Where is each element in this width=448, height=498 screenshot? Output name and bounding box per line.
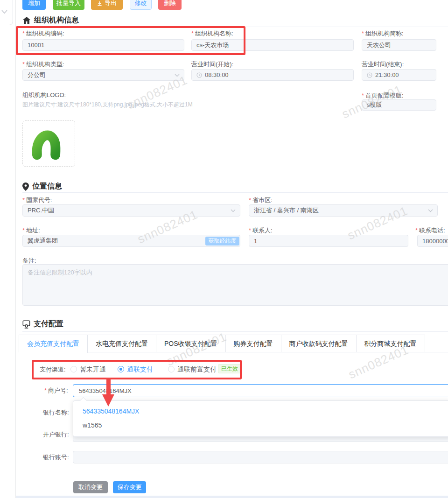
payment-section-header: 支付配置 bbox=[22, 319, 63, 329]
phone-input[interactable]: 180000000 bbox=[417, 235, 448, 247]
org-short-name-label: *组织机构简称: bbox=[362, 30, 404, 37]
tab-merchant-qrcode[interactable]: 商户收款码支付配置 bbox=[281, 335, 357, 352]
template-input[interactable]: s模版 bbox=[362, 99, 436, 111]
region-select[interactable]: 浙江省 / 嘉兴市 / 南湖区 bbox=[249, 204, 438, 217]
location-section-header: 位置信息 bbox=[22, 182, 62, 191]
org-type-select[interactable]: 分公司 bbox=[22, 69, 184, 81]
org-logo-image bbox=[28, 125, 70, 162]
annotation-box-channel bbox=[32, 360, 242, 379]
open-time-input[interactable]: 08:30:00 bbox=[191, 69, 354, 81]
chevron-down-icon bbox=[231, 209, 236, 212]
payment-section-title: 支付配置 bbox=[34, 319, 63, 329]
chevron-down-icon bbox=[175, 74, 180, 77]
remark-label: 备注: bbox=[22, 257, 36, 265]
address-label: *地址: bbox=[22, 227, 40, 234]
org-section-header: 组织机构信息 bbox=[22, 15, 79, 25]
merchant-label: *商户号: bbox=[44, 387, 68, 394]
suggestion-item[interactable]: 564335048164MJX bbox=[83, 407, 139, 415]
close-time-input[interactable]: 21:30:00 bbox=[362, 69, 436, 81]
open-time-label: 营业时间(开始): bbox=[191, 61, 233, 68]
batch-import-button[interactable]: 批量导入 bbox=[53, 0, 84, 10]
bank-account-input[interactable] bbox=[73, 451, 448, 463]
collapsed-tree-select[interactable] bbox=[0, 0, 13, 25]
close-time-label: 营业时间(结束): bbox=[362, 61, 404, 68]
remark-textarea[interactable]: 备注信息限制120字以内 bbox=[22, 264, 448, 306]
payment-tabs: 会员充值支付配置 水电充值支付配置 POS收银支付配置 购券支付配置 商户收款码… bbox=[19, 335, 448, 352]
delete-button[interactable]: 删除 bbox=[158, 0, 182, 10]
save-changes-button[interactable]: 保存变更 bbox=[113, 481, 146, 493]
tab-utility-recharge[interactable]: 水电充值支付配置 bbox=[88, 335, 156, 352]
download-icon bbox=[97, 1, 102, 6]
organization-settings-page: 增加 批量导入 导出 修改 删除 组织机构信息 *组织机构编码: 10001 *… bbox=[0, 0, 448, 498]
pos-terminal-icon bbox=[22, 320, 30, 329]
country-label: *国家代号: bbox=[22, 196, 52, 204]
org-logo-preview[interactable] bbox=[22, 120, 75, 167]
panel-divider bbox=[15, 0, 16, 498]
cancel-changes-button[interactable]: 取消变更 bbox=[73, 481, 108, 493]
clock-icon bbox=[367, 72, 372, 78]
tab-pos-cashier[interactable]: POS收银支付配置 bbox=[156, 335, 226, 352]
page-bottom-strip bbox=[16, 496, 448, 498]
add-button[interactable]: 增加 bbox=[22, 0, 46, 10]
get-coordinates-button[interactable]: 获取经纬度 bbox=[205, 237, 239, 245]
map-pin-icon bbox=[22, 182, 29, 191]
merchant-suggestions-dropdown: 564335048164MJX w1565 bbox=[73, 400, 448, 437]
phone-label: *联系电话: bbox=[415, 227, 445, 234]
contact-input[interactable]: 1 bbox=[249, 235, 408, 247]
template-label: *首页配置模版: bbox=[362, 92, 404, 99]
country-select[interactable]: PRC.中国 bbox=[22, 204, 240, 217]
tab-voucher[interactable]: 购券支付配置 bbox=[226, 335, 281, 352]
annotation-arrow bbox=[106, 378, 111, 395]
bank-branch-label: 开户银行: bbox=[43, 431, 69, 438]
annotation-arrow-head bbox=[102, 394, 114, 407]
region-label: *省市区: bbox=[249, 196, 273, 204]
org-short-name-input[interactable]: 天农公司 bbox=[362, 39, 436, 51]
suggestion-item[interactable]: w1565 bbox=[83, 421, 102, 429]
export-button[interactable]: 导出 bbox=[91, 0, 123, 10]
location-section-title: 位置信息 bbox=[32, 182, 62, 191]
bank-name-label: 银行名称: bbox=[43, 409, 69, 416]
remark-placeholder: 备注信息限制120字以内 bbox=[28, 269, 92, 276]
logo-label: 组织机构LOGO: bbox=[22, 91, 66, 99]
annotation-box-org-fields bbox=[16, 26, 245, 55]
org-type-label: *组织机构类型: bbox=[22, 61, 64, 68]
chevron-down-icon bbox=[428, 209, 433, 212]
tab-member-recharge[interactable]: 会员充值支付配置 bbox=[19, 335, 88, 353]
merchant-input[interactable]: 564335048164MJX bbox=[73, 384, 448, 397]
tab-points-mall[interactable]: 积分商城支付配置 bbox=[357, 335, 425, 352]
home-icon bbox=[22, 16, 31, 24]
section-divider bbox=[22, 331, 448, 332]
contact-label: *联系人: bbox=[249, 227, 273, 234]
dropdown-notch bbox=[80, 397, 87, 405]
chevron-down-icon bbox=[1, 10, 7, 14]
clock-icon bbox=[196, 72, 202, 78]
edit-button[interactable]: 修改 bbox=[130, 0, 152, 10]
bank-account-label: 银行账号: bbox=[43, 454, 69, 461]
org-section-title: 组织机构信息 bbox=[34, 15, 79, 25]
logo-hint: 图片建议尺寸:建议尺寸180*180,支持png,jpg,jpeg格式,大小不超… bbox=[22, 101, 193, 109]
section-divider bbox=[22, 192, 448, 193]
